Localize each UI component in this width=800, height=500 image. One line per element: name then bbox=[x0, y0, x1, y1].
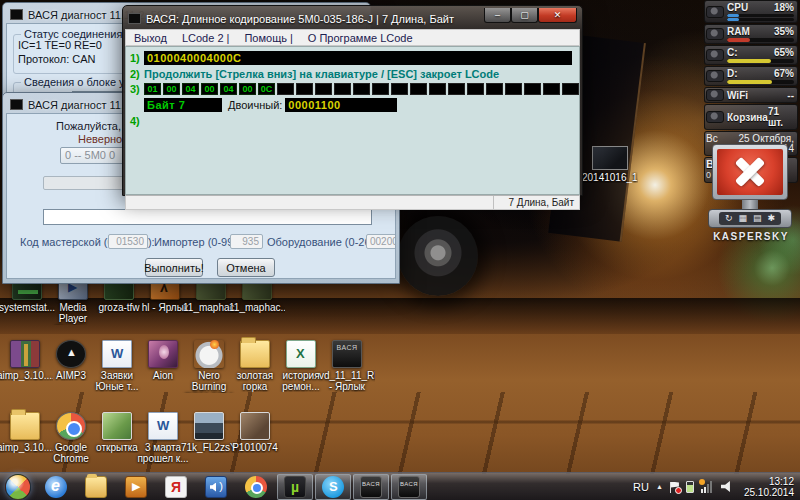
desktop-icon-aion[interactable]: Aion bbox=[140, 340, 186, 393]
desktop-icon-word[interactable]: 3 марта прошел к... bbox=[140, 412, 186, 464]
meter-name: WiFi bbox=[727, 90, 748, 101]
menu-item-выход[interactable]: Выход bbox=[134, 32, 167, 44]
menu-item-опрограммеlcode[interactable]: О Программе LCode bbox=[308, 32, 413, 44]
action-center-flag-icon[interactable] bbox=[670, 482, 679, 492]
byte-box-empty[interactable] bbox=[296, 83, 313, 95]
minimize-button[interactable]: – bbox=[484, 8, 511, 23]
desktop-icon-label: P1010074 bbox=[227, 442, 283, 453]
selected-byte-caption: Байт 7 bbox=[144, 98, 222, 112]
importer-value[interactable]: 935 bbox=[230, 234, 263, 249]
equipment-value[interactable]: 00200 bbox=[366, 234, 396, 249]
kaspersky-alert-screen bbox=[717, 149, 783, 195]
desktop-icon-chrome[interactable]: Google Chrome bbox=[48, 412, 94, 464]
do-it-button[interactable]: Выполнить! bbox=[145, 258, 203, 277]
taskbar-button-chrome[interactable] bbox=[237, 474, 275, 500]
vasya-icon: ВАСЯ bbox=[398, 476, 420, 498]
taskbar-button-mpc[interactable] bbox=[117, 474, 155, 500]
meter-name: C: bbox=[727, 47, 738, 58]
desktop-icon-folder[interactable]: золотая горка bbox=[232, 340, 278, 393]
desktop-icon-aimp[interactable]: AIMP3 bbox=[48, 340, 94, 393]
ie-icon bbox=[45, 476, 67, 498]
byte-box-empty[interactable] bbox=[486, 83, 503, 95]
close-button[interactable]: ✕ bbox=[538, 8, 577, 23]
byte-box[interactable]: 01 bbox=[144, 83, 161, 95]
byte-box-empty[interactable] bbox=[353, 83, 370, 95]
clock[interactable]: 13:12 25.10.2014 bbox=[740, 476, 794, 498]
taskbar: ВАСЯВАСЯ RU ▲ 13:12 25.10.2014 bbox=[0, 472, 800, 500]
wifi-icon bbox=[706, 89, 724, 101]
desktop-icon-video[interactable]: 20141016_1... bbox=[582, 146, 638, 183]
byte-box[interactable]: 00 bbox=[163, 83, 180, 95]
desktop-icon-photo-green[interactable]: открытка bbox=[94, 412, 140, 464]
language-indicator[interactable]: RU bbox=[633, 481, 649, 493]
byte-box[interactable]: 0C bbox=[258, 83, 275, 95]
sound-icon bbox=[205, 476, 227, 498]
meter-header: CPU18% bbox=[727, 2, 794, 13]
d-icon bbox=[706, 70, 724, 82]
byte-box-empty[interactable] bbox=[277, 83, 294, 95]
start-button[interactable] bbox=[5, 474, 31, 500]
maximize-button[interactable]: ▢ bbox=[511, 8, 538, 23]
taskbar-button-explorer[interactable] bbox=[77, 474, 115, 500]
taskbar-button-skype[interactable] bbox=[315, 474, 351, 500]
byte-box-empty[interactable] bbox=[448, 83, 465, 95]
report-icon[interactable]: ▦ bbox=[738, 214, 747, 223]
byte-box-empty[interactable] bbox=[543, 83, 560, 95]
desktop-icon-row-middle: aimp_3.10....AIMP3Заявки Юные т...AionNe… bbox=[2, 340, 370, 393]
byte-box-empty[interactable] bbox=[505, 83, 522, 95]
meter-bar-track bbox=[727, 38, 794, 42]
byte-box-empty[interactable] bbox=[562, 83, 579, 95]
byte-box-empty[interactable] bbox=[372, 83, 389, 95]
battery-icon[interactable] bbox=[686, 481, 694, 493]
byte-box-empty[interactable] bbox=[410, 83, 427, 95]
desktop-icon-winrar[interactable]: aimp_3.10.... bbox=[2, 340, 48, 393]
workshop-code-value[interactable]: 01530 bbox=[108, 234, 148, 249]
file-icon[interactable]: ▤ bbox=[753, 214, 762, 223]
byte-box[interactable]: 00 bbox=[201, 83, 218, 95]
recycle-bin-row[interactable]: Корзина 71 шт. bbox=[704, 104, 798, 130]
byte-box-empty[interactable] bbox=[467, 83, 484, 95]
network-warning-dot bbox=[699, 479, 705, 485]
byte-box-empty[interactable] bbox=[391, 83, 408, 95]
chrome-icon bbox=[56, 412, 86, 440]
settings-icon[interactable]: ✱ bbox=[768, 214, 776, 223]
taskbar-button-vasya[interactable]: ВАСЯ bbox=[391, 474, 427, 500]
byte-box-empty[interactable] bbox=[334, 83, 351, 95]
menu-item-lcode2[interactable]: LCode 2 | bbox=[182, 32, 230, 44]
byte-box[interactable]: 04 bbox=[220, 83, 237, 95]
meter-header: C:65% bbox=[727, 47, 794, 58]
utorrent-icon bbox=[284, 476, 306, 498]
desktop-icon-word[interactable]: Заявки Юные т... bbox=[94, 340, 140, 393]
byte-box[interactable]: 04 bbox=[182, 83, 199, 95]
taskbar-button-vasya[interactable]: ВАСЯ bbox=[353, 474, 389, 500]
desktop-icon-photo[interactable]: P1010074 bbox=[232, 412, 278, 464]
code-entry-field[interactable] bbox=[43, 209, 372, 225]
desktop-icon-folder[interactable]: aimp_3.10.... bbox=[2, 412, 48, 464]
lcode-titlebar[interactable]: ВАСЯ: Длинное кодирование 5M0-035-186-J … bbox=[125, 8, 580, 29]
network-icon[interactable] bbox=[701, 481, 714, 493]
byte-box[interactable]: 00 bbox=[239, 83, 256, 95]
desktop-icon-vasya[interactable]: ВАСЯvd_11_11_RL - Ярлык bbox=[324, 340, 370, 393]
byte-box-empty[interactable] bbox=[524, 83, 541, 95]
desktop-icon-excel[interactable]: история ремон... bbox=[278, 340, 324, 393]
taskbar-button-yandex[interactable] bbox=[157, 474, 195, 500]
refresh-icon[interactable]: ↻ bbox=[725, 214, 733, 223]
desktop-icon-nero[interactable]: Nero Burning ROM 2014 bbox=[186, 340, 232, 393]
byte-box-empty[interactable] bbox=[315, 83, 332, 95]
gadget-meter-cpu: CPU18% bbox=[704, 0, 798, 23]
taskbar-button-ie[interactable] bbox=[37, 474, 75, 500]
menu-item-помощь[interactable]: Помощь | bbox=[244, 32, 292, 44]
taskbar-button-sound[interactable] bbox=[197, 474, 235, 500]
status-length-text: 7 Длина, Байт bbox=[493, 196, 579, 209]
taskbar-button-utorrent[interactable] bbox=[277, 474, 313, 500]
recycle-bin-label: Корзина bbox=[727, 112, 768, 123]
lcode-content: 1) 0100040004000C 2) Продолжить [Стрелка… bbox=[125, 46, 580, 195]
gadget-meter-ram: RAM35% bbox=[704, 24, 798, 44]
cancel-button[interactable]: Отмена bbox=[217, 258, 275, 277]
volume-icon[interactable] bbox=[721, 481, 733, 493]
desktop-icon-photo-car[interactable]: 71k_FL2zsYc bbox=[186, 412, 232, 464]
byte-box-empty[interactable] bbox=[429, 83, 446, 95]
photo-car-icon bbox=[194, 412, 224, 440]
show-hidden-icons-arrow[interactable]: ▲ bbox=[656, 483, 663, 490]
line3-number: 3) bbox=[130, 83, 144, 95]
